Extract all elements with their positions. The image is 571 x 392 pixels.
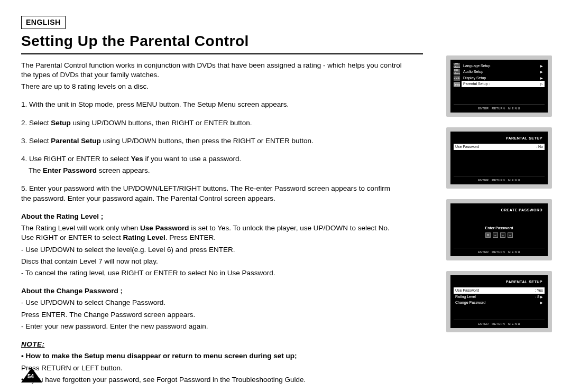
chevron-right-icon: ▶ xyxy=(540,64,543,68)
function-icon: Function xyxy=(454,76,460,81)
password-prompt: Enter Password xyxy=(485,226,513,230)
screenshot-parental-no: PARENTAL SETUP Use Password : No ENTER R… xyxy=(446,127,552,189)
screen-title: PARENTAL SETUP xyxy=(454,278,545,287)
screen-footer: ENTER RETURN M E N U xyxy=(454,176,545,182)
page-number: 54 xyxy=(27,372,34,380)
about-rating-title: About the Rating Level ; xyxy=(21,212,402,221)
step-1: 1. With the unit in Stop mode, press MEN… xyxy=(21,100,402,109)
screenshot-create-password: CREATE PASSWORD Enter Password 0 – – – E… xyxy=(446,199,552,260)
password-digit-empty: – xyxy=(493,232,498,238)
chevron-right-icon: ▶ xyxy=(540,76,543,80)
about-rating-1: The Rating Level will work only when Use… xyxy=(21,223,402,242)
use-password-row: Use Password : No xyxy=(454,144,545,150)
screenshots-column: Disc Menu Title Menu Function Setup Lang… xyxy=(446,55,552,332)
password-digit-empty: – xyxy=(508,232,513,238)
chevron-right-icon: ▶ xyxy=(540,295,543,298)
rating-level-row: Rating Level : 8 ▶ xyxy=(454,294,545,300)
note-3: • If you have forgotten your password, s… xyxy=(21,375,402,385)
screen-title: PARENTAL SETUP xyxy=(454,135,545,144)
intro-line2: There are up to 8 rating levels on a dis… xyxy=(21,82,402,91)
use-password-row: Use Password : Yes xyxy=(454,287,545,293)
page-title: Setting Up the Parental Control xyxy=(21,31,423,54)
password-digit: 0 xyxy=(485,232,491,238)
step-5: 5. Enter your password with the UP/DOWN/… xyxy=(21,184,402,203)
menu-item: Language Setup▶ xyxy=(462,63,545,69)
step-4: 4. Use RIGHT or ENTER to select Yes if y… xyxy=(21,154,402,164)
note-2: Press RETURN or LEFT button. xyxy=(21,363,402,373)
disc-menu-icon: Disc Menu xyxy=(454,63,460,68)
setup-icon: Setup xyxy=(454,82,460,87)
screen-title: CREATE PASSWORD xyxy=(454,207,545,216)
screen-footer: ENTER RETURN M E N U xyxy=(454,248,545,254)
about-pw-1: - Use UP/DOWN to select Change Password. xyxy=(21,298,402,307)
sidebar-icons: Disc Menu Title Menu Function Setup xyxy=(454,63,460,87)
screenshot-setup-menu: Disc Menu Title Menu Function Setup Lang… xyxy=(446,55,552,117)
about-pw-3: - Enter your new password. Enter the new… xyxy=(21,322,402,331)
chevron-right-icon: ▷ xyxy=(540,82,543,86)
step-2: 2. Select Setup using UP/DOWN buttons, t… xyxy=(21,118,402,128)
screenshot-parental-yes: PARENTAL SETUP Use Password : Yes Rating… xyxy=(446,271,552,332)
about-rating-3: Discs that contain Level 7 will now not … xyxy=(21,257,402,266)
intro-line1: The Parental Control function works in c… xyxy=(21,61,402,80)
note-1: • How to make the Setup menu disappear o… xyxy=(21,351,402,361)
password-input-boxes: 0 – – – xyxy=(485,232,513,238)
about-rating-4: - To cancel the rating level, use RIGHT … xyxy=(21,268,402,278)
language-label: ENGLISH xyxy=(21,16,66,29)
body-text: The Parental Control function works in c… xyxy=(21,61,402,385)
screen-footer: ENTER RETURN M E N U xyxy=(454,104,545,110)
about-pw-2: Press ENTER. The Change Password screen … xyxy=(21,310,402,320)
chevron-right-icon: ▶ xyxy=(540,301,543,305)
step-3: 3. Select Parental Setup using UP/DOWN b… xyxy=(21,136,402,146)
step-4b: The Enter Password screen appears. xyxy=(21,166,402,175)
about-pw-title: About the Change Password ; xyxy=(21,286,402,296)
title-menu-icon: Title Menu xyxy=(454,69,460,74)
screen-footer: ENTER RETURN M E N U xyxy=(454,320,545,326)
password-digit-empty: – xyxy=(500,232,505,238)
menu-item: Display Setup▶ xyxy=(462,75,545,81)
note-label: NOTE: xyxy=(21,340,45,348)
menu-item: Audio Setup▶ xyxy=(462,69,545,74)
about-rating-2: - Use UP/DOWN to select the level(e.g. L… xyxy=(21,245,402,255)
change-password-row: Change Password ▶ xyxy=(454,300,545,305)
menu-item-selected: Parental Setup :▷ xyxy=(462,81,545,87)
chevron-right-icon: ▶ xyxy=(540,70,543,74)
